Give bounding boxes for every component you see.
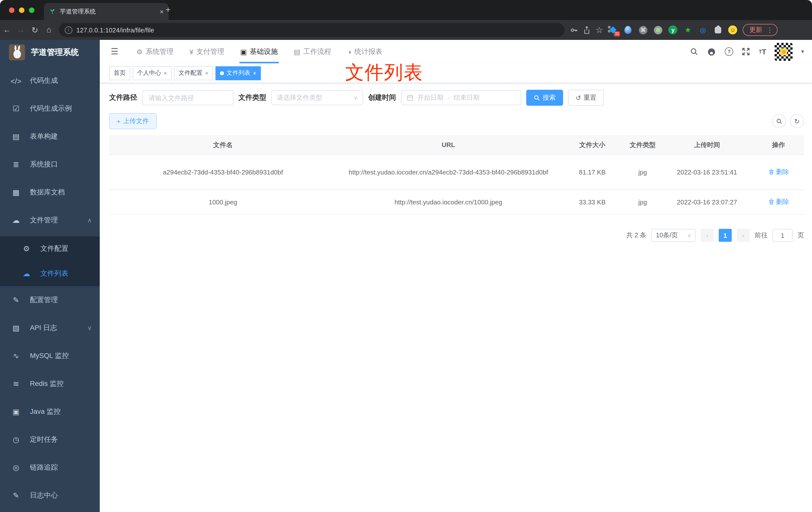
site-info-icon[interactable]: i (65, 26, 72, 34)
reload-icon[interactable]: ↻ (28, 25, 42, 35)
date-range-picker[interactable]: 开始日期 - 结束日期 (401, 90, 521, 105)
sidebar-submenu-file: ⚙文件配置 ☁文件列表 (0, 236, 100, 286)
search-icon (534, 94, 540, 101)
help-icon[interactable]: ? (725, 48, 733, 56)
window-controls[interactable] (9, 7, 34, 13)
date-end-placeholder[interactable]: 结束日期 (454, 93, 480, 102)
red-annotation-text: 文件列表 (345, 60, 423, 85)
menu-dots-icon[interactable]: ⋮ (766, 26, 773, 34)
sidebar-item-scheduled-tasks[interactable]: ◷定时任务 (0, 426, 100, 454)
nav-item-system[interactable]: ⚙系统管理 (130, 40, 179, 63)
tab-close-icon[interactable]: × (160, 8, 164, 15)
col-header-size: 文件大小 (560, 140, 625, 150)
nav-item-workflow[interactable]: ▤工作流程 (288, 40, 337, 63)
extension-balloon-icon[interactable] (623, 25, 633, 35)
file-path-input[interactable] (148, 93, 228, 102)
search-icon[interactable] (690, 48, 698, 56)
file-table: 文件名 URL 文件大小 文件类型 上传时间 操作 a294ecb2-73dd-… (109, 135, 804, 214)
sidebar-item-file-config[interactable]: ⚙文件配置 (0, 236, 100, 261)
sidebar-item-api-log[interactable]: ▧API 日志∨ (0, 314, 100, 342)
sidebar-item-file-list[interactable]: ☁文件列表 (0, 261, 100, 286)
window-close-button[interactable] (9, 7, 14, 13)
password-key-icon[interactable] (570, 26, 578, 34)
extension-command-icon[interactable]: ⌘ (638, 25, 648, 35)
new-tab-button[interactable]: + (166, 5, 171, 15)
close-icon[interactable]: × (164, 69, 167, 77)
goto-page-input[interactable] (773, 229, 792, 242)
close-icon[interactable]: × (253, 69, 256, 77)
nav-label: 支付管理 (196, 47, 224, 56)
tag-home[interactable]: 首页 (109, 66, 130, 80)
sidebar: 芋道管理系统 </>代码生成 ☑代码生成示例 ▤表单构建 ≣系统接口 ▦数据库文… (0, 40, 100, 512)
close-icon[interactable]: × (205, 69, 208, 77)
extension-y-icon[interactable]: y (668, 25, 678, 35)
page-unit-label: 页 (798, 231, 804, 240)
avatar-caret-down-icon[interactable]: ▾ (801, 48, 804, 55)
select-placeholder: 请选择文件类型 (277, 93, 322, 102)
sidebar-item-code-generation[interactable]: </>代码生成 (0, 67, 100, 95)
extension-grid-icon[interactable]: 11 (608, 25, 618, 35)
fullscreen-icon[interactable] (742, 48, 750, 56)
sidebar-item-redis-monitor[interactable]: ≋Redis 监控 (0, 370, 100, 398)
profile-avatar-emoji[interactable]: ☺ (728, 25, 738, 35)
delete-button[interactable]: 删除 (768, 196, 789, 207)
current-page-button[interactable]: 1 (719, 229, 732, 242)
upload-file-button[interactable]: + 上传文件 (109, 113, 156, 129)
toggle-search-button[interactable] (772, 114, 786, 128)
window-zoom-button[interactable] (29, 7, 34, 13)
sidebar-item-code-example[interactable]: ☑代码生成示例 (0, 95, 100, 123)
reset-button[interactable]: ↺ 重置 (568, 90, 604, 106)
delete-button[interactable]: 删除 (768, 167, 789, 177)
sidebar-item-label: Java 监控 (30, 407, 92, 416)
col-header-action: 操作 (753, 140, 804, 150)
share-icon[interactable] (583, 26, 590, 34)
extension-green-dot-icon[interactable] (653, 25, 663, 35)
sidebar-item-mysql-monitor[interactable]: ∿MySQL 监控 (0, 342, 100, 370)
date-start-placeholder[interactable]: 开始日期 (417, 93, 443, 102)
cell-time: 2022-03-16 23:07:27 (661, 197, 753, 207)
nav-item-payment[interactable]: ¥支付管理 (183, 40, 230, 63)
table-row[interactable]: 1000.jpeg http://test.yudao.iocoder.cn/1… (109, 190, 804, 214)
sidebar-item-file-management[interactable]: ☁文件管理∧ (0, 206, 100, 234)
refresh-table-button[interactable]: ↻ (790, 114, 804, 128)
table-row[interactable]: a294ecb2-73dd-4353-bf40-296b8931d0bf htt… (109, 155, 804, 190)
collapse-sidebar-icon[interactable]: ☰ (106, 47, 123, 57)
refresh-icon: ↻ (794, 117, 800, 125)
avatar-qr-image[interactable] (775, 42, 793, 61)
next-page-button[interactable]: › (737, 229, 750, 242)
browser-update-button[interactable]: 更新 ⋮ (743, 24, 778, 36)
prev-page-button[interactable]: ‹ (701, 229, 714, 242)
file-type-select[interactable]: 请选择文件类型∨ (271, 90, 363, 105)
home-icon[interactable]: ⌂ (42, 25, 56, 34)
nav-item-infrastructure[interactable]: ▣基础设施 (234, 40, 284, 63)
page-size-select[interactable]: 10条/页∨ (651, 229, 696, 242)
extensions-puzzle-icon[interactable] (713, 25, 723, 35)
sidebar-item-form-builder[interactable]: ▤表单构建 (0, 123, 100, 151)
forward-icon[interactable]: → (14, 25, 28, 34)
sidebar-item-java-monitor[interactable]: ▣Java 监控 (0, 398, 100, 426)
sidebar-item-label: 代码生成 (30, 76, 92, 85)
tag-file-list[interactable]: 文件列表× (215, 66, 261, 80)
extension-star-icon[interactable]: ★ (683, 25, 693, 35)
tag-file-config[interactable]: 文件配置× (174, 66, 213, 80)
window-minimize-button[interactable] (19, 7, 24, 13)
browser-tab[interactable]: 芋道管理系统 × (44, 3, 169, 20)
sidebar-item-system-api[interactable]: ≣系统接口 (0, 151, 100, 179)
extension-eye-icon[interactable]: ◎ (698, 25, 708, 35)
sidebar-item-db-doc[interactable]: ▦数据库文档 (0, 179, 100, 206)
back-icon[interactable]: ← (0, 25, 14, 34)
font-size-icon[interactable]: TT (759, 48, 766, 56)
url-text[interactable]: 127.0.0.1:1024/infra/file/file (76, 26, 154, 34)
bookmark-star-icon[interactable]: ☆ (596, 25, 603, 35)
cell-size: 33.33 KB (560, 197, 625, 207)
search-button[interactable]: 搜索 (526, 90, 563, 106)
app-logo-row[interactable]: 芋道管理系统 (0, 40, 100, 65)
tag-profile[interactable]: 个人中心× (133, 66, 172, 80)
url-bar[interactable]: i 127.0.0.1:1024/infra/file/file (59, 23, 564, 37)
tag-label: 文件列表 (227, 69, 251, 77)
sidebar-item-config-management[interactable]: ✎配置管理 (0, 286, 100, 314)
sidebar-item-trace[interactable]: ◎链路追踪 (0, 454, 100, 482)
sidebar-item-label: 数据库文档 (30, 188, 92, 197)
sidebar-item-log-center[interactable]: ✎日志中心 (0, 482, 100, 510)
github-icon[interactable] (707, 47, 716, 56)
